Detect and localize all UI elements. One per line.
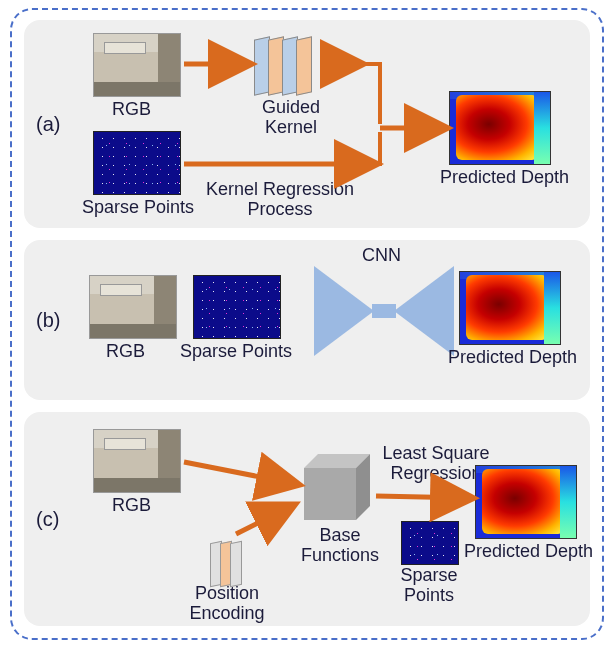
sparse-points-a bbox=[94, 132, 180, 194]
position-encoding-label: PositionEncoding bbox=[182, 584, 272, 624]
rgb-label-b: RGB bbox=[106, 342, 145, 362]
svg-line-5 bbox=[236, 506, 292, 534]
svg-line-6 bbox=[376, 496, 470, 498]
kernel-regression-label: Kernel RegressionProcess bbox=[200, 180, 360, 220]
panel-label-b: (b) bbox=[36, 309, 60, 332]
sparse-points-label-a: Sparse Points bbox=[82, 198, 194, 218]
predicted-depth-label-b: Predicted Depth bbox=[448, 348, 577, 368]
cnn-icon bbox=[314, 266, 454, 356]
predicted-depth-label-a: Predicted Depth bbox=[440, 168, 569, 188]
guided-kernel-icon bbox=[254, 30, 324, 104]
svg-line-4 bbox=[184, 462, 296, 484]
rgb-image-c bbox=[94, 430, 180, 492]
rgb-label-c: RGB bbox=[112, 496, 151, 516]
rgb-image-b bbox=[90, 276, 176, 338]
cnn-label: CNN bbox=[362, 246, 401, 266]
predicted-depth-c bbox=[476, 466, 576, 538]
sparse-points-label-b: Sparse Points bbox=[180, 342, 292, 362]
panel-label-a: (a) bbox=[36, 113, 60, 136]
panel-c: (c) RGB PositionEncoding BaseFunctions L… bbox=[24, 412, 590, 626]
predicted-depth-label-c: Predicted Depth bbox=[464, 542, 593, 562]
sparse-points-label-c: SparsePoints bbox=[394, 566, 464, 606]
sparse-points-c bbox=[402, 522, 458, 564]
panel-a: (a) RGB GuidedKernel Sparse Points Kerne… bbox=[24, 20, 590, 228]
rgb-image-a bbox=[94, 34, 180, 96]
predicted-depth-b bbox=[460, 272, 560, 344]
sparse-points-b bbox=[194, 276, 280, 338]
panel-label-c: (c) bbox=[36, 508, 59, 531]
base-functions-label: BaseFunctions bbox=[300, 526, 380, 566]
panel-b: (b) RGB Sparse Points CNN Predicted Dept… bbox=[24, 240, 590, 400]
predicted-depth-a bbox=[450, 92, 550, 164]
base-functions-icon bbox=[304, 454, 372, 522]
guided-kernel-label: GuidedKernel bbox=[256, 98, 326, 138]
rgb-label-a: RGB bbox=[112, 100, 151, 120]
